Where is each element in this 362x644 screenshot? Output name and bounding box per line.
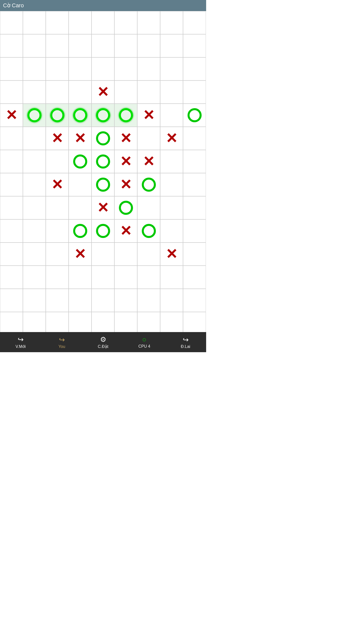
- cell-11-5[interactable]: [114, 266, 137, 289]
- cell-6-1[interactable]: [23, 150, 46, 173]
- cpu-button[interactable]: ○ CPU 4: [134, 336, 154, 349]
- cell-13-8[interactable]: [183, 312, 206, 335]
- cell-1-5[interactable]: [114, 34, 137, 57]
- cell-12-5[interactable]: [114, 289, 137, 312]
- cell-7-8[interactable]: [183, 173, 206, 196]
- you-button[interactable]: ↩ You: [52, 336, 72, 349]
- cell-11-4[interactable]: [92, 266, 114, 289]
- game-board[interactable]: ✕✕✕✕✕✕✕✕✕✕✕✕✕✕✕: [0, 11, 206, 336]
- cell-13-1[interactable]: [23, 312, 46, 335]
- cell-8-0[interactable]: [0, 196, 23, 219]
- cell-2-1[interactable]: [23, 57, 46, 80]
- cell-0-7[interactable]: [160, 11, 183, 34]
- cell-3-1[interactable]: [23, 80, 46, 104]
- cell-3-2[interactable]: [46, 80, 69, 104]
- cell-1-7[interactable]: [160, 34, 183, 57]
- cell-10-2[interactable]: [46, 243, 69, 266]
- cell-5-1[interactable]: [23, 127, 46, 150]
- cell-3-8[interactable]: [183, 80, 206, 104]
- cell-1-6[interactable]: [137, 34, 160, 57]
- cell-10-0[interactable]: [0, 243, 23, 266]
- cell-7-7[interactable]: [160, 173, 183, 196]
- cell-8-7[interactable]: [160, 196, 183, 219]
- settings-button[interactable]: ⚙ C.Đặt: [93, 335, 113, 349]
- cell-13-4[interactable]: [92, 312, 114, 335]
- cell-3-7[interactable]: [160, 80, 183, 104]
- cell-12-6[interactable]: [137, 289, 160, 312]
- cell-8-1[interactable]: [23, 196, 46, 219]
- cell-3-0[interactable]: [0, 80, 23, 104]
- cell-13-5[interactable]: [114, 312, 137, 335]
- cell-0-1[interactable]: [23, 11, 46, 34]
- cell-13-7[interactable]: [160, 312, 183, 335]
- cell-13-3[interactable]: [69, 312, 92, 335]
- cell-0-6[interactable]: [137, 11, 160, 34]
- cell-6-2[interactable]: [46, 150, 69, 173]
- cell-2-7[interactable]: [160, 57, 183, 80]
- cell-0-0[interactable]: [0, 11, 23, 34]
- cell-2-3[interactable]: [69, 57, 92, 80]
- cell-1-8[interactable]: [183, 34, 206, 57]
- cell-9-1[interactable]: [23, 219, 46, 243]
- cell-7-1[interactable]: [23, 173, 46, 196]
- cell-0-3[interactable]: [69, 11, 92, 34]
- cell-13-2[interactable]: [46, 312, 69, 335]
- cell-13-6[interactable]: [137, 312, 160, 335]
- cell-5-6[interactable]: [137, 127, 160, 150]
- cell-10-1[interactable]: [23, 243, 46, 266]
- cell-12-8[interactable]: [183, 289, 206, 312]
- cell-10-5[interactable]: [114, 243, 137, 266]
- cell-2-5[interactable]: [114, 57, 137, 80]
- cell-1-3[interactable]: [69, 34, 92, 57]
- cell-3-5[interactable]: [114, 80, 137, 104]
- cell-10-4[interactable]: [92, 243, 114, 266]
- cell-7-0[interactable]: [0, 173, 23, 196]
- cell-9-2[interactable]: [46, 219, 69, 243]
- cell-12-1[interactable]: [23, 289, 46, 312]
- cell-8-2[interactable]: [46, 196, 69, 219]
- cell-8-8[interactable]: [183, 196, 206, 219]
- cell-12-0[interactable]: [0, 289, 23, 312]
- cell-1-2[interactable]: [46, 34, 69, 57]
- cell-0-8[interactable]: [183, 11, 206, 34]
- cell-1-1[interactable]: [23, 34, 46, 57]
- cell-6-7[interactable]: [160, 150, 183, 173]
- cell-3-3[interactable]: [69, 80, 92, 104]
- cell-1-0[interactable]: [0, 34, 23, 57]
- cell-8-3[interactable]: [69, 196, 92, 219]
- cell-12-4[interactable]: [92, 289, 114, 312]
- cell-9-8[interactable]: [183, 219, 206, 243]
- cell-2-4[interactable]: [92, 57, 114, 80]
- cell-11-6[interactable]: [137, 266, 160, 289]
- cell-11-8[interactable]: [183, 266, 206, 289]
- cell-2-2[interactable]: [46, 57, 69, 80]
- cell-12-7[interactable]: [160, 289, 183, 312]
- cell-1-4[interactable]: [92, 34, 114, 57]
- cell-5-8[interactable]: [183, 127, 206, 150]
- cell-6-0[interactable]: [0, 150, 23, 173]
- cell-2-8[interactable]: [183, 57, 206, 80]
- cell-8-6[interactable]: [137, 196, 160, 219]
- cell-11-2[interactable]: [46, 266, 69, 289]
- cell-9-0[interactable]: [0, 219, 23, 243]
- cell-10-6[interactable]: [137, 243, 160, 266]
- cell-0-4[interactable]: [92, 11, 114, 34]
- redo-button[interactable]: ↪ Đ.Lai: [175, 336, 196, 349]
- cell-10-8[interactable]: [183, 243, 206, 266]
- cell-0-5[interactable]: [114, 11, 137, 34]
- cell-6-8[interactable]: [183, 150, 206, 173]
- cell-9-7[interactable]: [160, 219, 183, 243]
- cell-2-0[interactable]: [0, 57, 23, 80]
- cell-11-7[interactable]: [160, 266, 183, 289]
- cell-13-0[interactable]: [0, 312, 23, 335]
- cell-11-3[interactable]: [69, 266, 92, 289]
- cell-5-0[interactable]: [0, 127, 23, 150]
- cell-2-6[interactable]: [137, 57, 160, 80]
- cell-7-3[interactable]: [69, 173, 92, 196]
- cell-11-1[interactable]: [23, 266, 46, 289]
- cell-3-6[interactable]: [137, 80, 160, 104]
- cell-12-2[interactable]: [46, 289, 69, 312]
- cell-0-2[interactable]: [46, 11, 69, 34]
- cell-11-0[interactable]: [0, 266, 23, 289]
- cell-12-3[interactable]: [69, 289, 92, 312]
